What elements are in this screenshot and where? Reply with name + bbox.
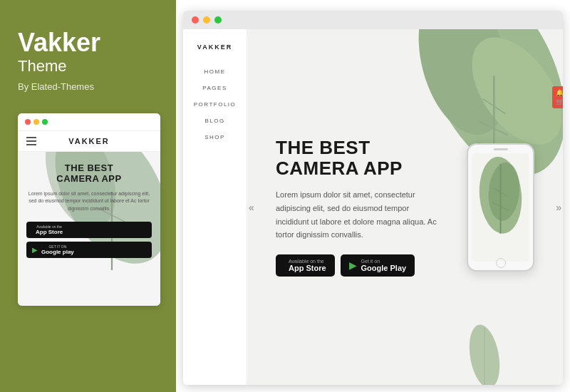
mobile-topbar <box>18 113 160 131</box>
site-nav-brand: VAKKER <box>197 43 232 51</box>
phone-speaker <box>494 148 508 150</box>
site-nav: VAKKER HOME PAGES PORTFOLIO BLOG SHOP <box>183 29 247 385</box>
hero-description: Lorem ipsum dolor sit amet, consectetur … <box>276 188 440 242</box>
chevron-left-icon: « <box>249 202 254 213</box>
mobile-dots <box>25 119 48 125</box>
nav-item-shop[interactable]: SHOP <box>204 134 225 140</box>
google-small-text: Get it on <box>361 259 407 264</box>
hero-prev-button[interactable]: « <box>249 202 254 213</box>
appstore-small-text: Available on the <box>289 259 326 264</box>
phone-screen <box>472 153 529 262</box>
brand-title: Vakker Theme <box>18 29 158 81</box>
left-sidebar: Vakker Theme By Elated-Themes VAKKER <box>0 0 176 392</box>
chevron-right-icon: » <box>556 202 561 213</box>
browser-topbar <box>183 11 563 29</box>
browser-body: VAKKER HOME PAGES PORTFOLIO BLOG SHOP <box>183 29 563 385</box>
googleplay-button[interactable]: ▶ Get it on Google Play <box>341 254 415 277</box>
cart-icon: 🛒 <box>556 98 564 105</box>
hero-title: THE BEST CAMERA APP <box>276 138 467 178</box>
play-icon: ▶ <box>32 246 38 254</box>
mobile-google-large: Google play <box>41 249 74 255</box>
site-hero-section: « THE BEST CAMERA APP Lorem ipsum dolor … <box>247 29 563 385</box>
appstore-large-text: App Store <box>289 264 326 272</box>
phone-mockup <box>467 143 534 272</box>
phone-home-btn <box>496 258 506 268</box>
mobile-text-content: THE BESTCAMERA APP Lorem ipsum dolor sit… <box>18 152 160 265</box>
phone-leaf-svg <box>472 153 529 262</box>
mobile-appstore-button[interactable]: Available on the App Store <box>26 222 152 238</box>
browser-dot-red[interactable] <box>192 16 199 24</box>
nav-item-pages[interactable]: PAGES <box>202 85 227 91</box>
browser-window: VAKKER HOME PAGES PORTFOLIO BLOG SHOP <box>183 11 563 385</box>
mobile-brand-label: VAKKER <box>68 137 110 145</box>
nav-item-blog[interactable]: BLOG <box>204 118 224 124</box>
nav-item-home[interactable]: HOME <box>204 68 226 75</box>
right-panel: VAKKER HOME PAGES PORTFOLIO BLOG SHOP <box>176 0 570 392</box>
mobile-app-title: THE BESTCAMERA APP <box>26 163 152 185</box>
mobile-nav: VAKKER <box>18 131 160 152</box>
hamburger-icon <box>26 137 36 145</box>
google-large-text: Google Play <box>361 264 407 272</box>
notification-badge[interactable]: 🔔 🛒 <box>552 86 563 108</box>
googleplay-icon: ▶ <box>349 259 357 271</box>
appstore-button[interactable]: Available on the App Store <box>276 254 335 277</box>
mobile-googleplay-button[interactable]: ▶ GET IT ON Google play <box>26 242 152 258</box>
dot-green <box>42 119 48 125</box>
mobile-app-desc: Lorem ipsum dolor sit amet, consectetur … <box>26 190 152 213</box>
hero-next-button[interactable]: » <box>556 202 561 213</box>
hero-text-block: THE BEST CAMERA APP Lorem ipsum dolor si… <box>276 138 467 277</box>
mobile-content: THE BESTCAMERA APP Lorem ipsum dolor sit… <box>18 152 160 306</box>
mobile-preview-card: VAKKER THE BESTCAMERA APP Lorem ipsum do… <box>18 113 160 306</box>
dot-yellow <box>33 119 39 125</box>
browser-dot-green[interactable] <box>214 16 222 24</box>
brand-by: By Elated-Themes <box>18 81 158 92</box>
nav-item-portfolio[interactable]: PORTFOLIO <box>194 101 237 108</box>
bell-icon: 🔔 <box>556 89 564 96</box>
dot-red <box>25 119 31 125</box>
mobile-appstore-large: App Store <box>36 229 63 235</box>
hero-content: « THE BEST CAMERA APP Lorem ipsum dolor … <box>247 29 563 385</box>
browser-dot-yellow[interactable] <box>203 16 210 24</box>
phone-outer <box>467 143 534 272</box>
store-buttons-group: Available on the App Store ▶ Get it on G… <box>276 254 467 277</box>
